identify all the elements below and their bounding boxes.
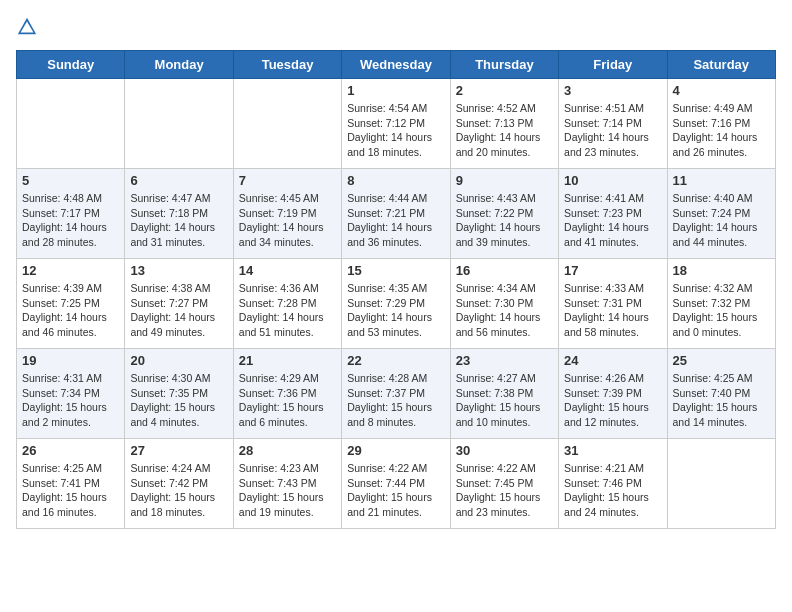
day-info: Sunrise: 4:39 AM Sunset: 7:25 PM Dayligh… [22, 281, 119, 340]
calendar-cell: 31Sunrise: 4:21 AM Sunset: 7:46 PM Dayli… [559, 439, 667, 529]
calendar-cell [667, 439, 775, 529]
weekday-header-saturday: Saturday [667, 51, 775, 79]
calendar-cell [17, 79, 125, 169]
day-number: 21 [239, 353, 336, 368]
day-number: 16 [456, 263, 553, 278]
calendar-week-2: 5Sunrise: 4:48 AM Sunset: 7:17 PM Daylig… [17, 169, 776, 259]
day-number: 31 [564, 443, 661, 458]
day-number: 4 [673, 83, 770, 98]
day-info: Sunrise: 4:31 AM Sunset: 7:34 PM Dayligh… [22, 371, 119, 430]
day-number: 11 [673, 173, 770, 188]
day-info: Sunrise: 4:22 AM Sunset: 7:45 PM Dayligh… [456, 461, 553, 520]
logo-icon [16, 16, 38, 38]
day-info: Sunrise: 4:47 AM Sunset: 7:18 PM Dayligh… [130, 191, 227, 250]
calendar-cell: 9Sunrise: 4:43 AM Sunset: 7:22 PM Daylig… [450, 169, 558, 259]
day-number: 9 [456, 173, 553, 188]
calendar-cell: 29Sunrise: 4:22 AM Sunset: 7:44 PM Dayli… [342, 439, 450, 529]
day-info: Sunrise: 4:24 AM Sunset: 7:42 PM Dayligh… [130, 461, 227, 520]
calendar-cell: 20Sunrise: 4:30 AM Sunset: 7:35 PM Dayli… [125, 349, 233, 439]
calendar-cell: 5Sunrise: 4:48 AM Sunset: 7:17 PM Daylig… [17, 169, 125, 259]
day-number: 30 [456, 443, 553, 458]
calendar-cell: 25Sunrise: 4:25 AM Sunset: 7:40 PM Dayli… [667, 349, 775, 439]
weekday-header-sunday: Sunday [17, 51, 125, 79]
day-info: Sunrise: 4:49 AM Sunset: 7:16 PM Dayligh… [673, 101, 770, 160]
calendar-cell: 11Sunrise: 4:40 AM Sunset: 7:24 PM Dayli… [667, 169, 775, 259]
calendar-cell: 28Sunrise: 4:23 AM Sunset: 7:43 PM Dayli… [233, 439, 341, 529]
calendar-cell: 30Sunrise: 4:22 AM Sunset: 7:45 PM Dayli… [450, 439, 558, 529]
day-number: 29 [347, 443, 444, 458]
day-number: 28 [239, 443, 336, 458]
day-info: Sunrise: 4:28 AM Sunset: 7:37 PM Dayligh… [347, 371, 444, 430]
calendar-cell: 15Sunrise: 4:35 AM Sunset: 7:29 PM Dayli… [342, 259, 450, 349]
day-number: 1 [347, 83, 444, 98]
day-number: 12 [22, 263, 119, 278]
day-info: Sunrise: 4:43 AM Sunset: 7:22 PM Dayligh… [456, 191, 553, 250]
calendar-week-5: 26Sunrise: 4:25 AM Sunset: 7:41 PM Dayli… [17, 439, 776, 529]
calendar-cell: 16Sunrise: 4:34 AM Sunset: 7:30 PM Dayli… [450, 259, 558, 349]
day-number: 17 [564, 263, 661, 278]
day-number: 14 [239, 263, 336, 278]
day-info: Sunrise: 4:23 AM Sunset: 7:43 PM Dayligh… [239, 461, 336, 520]
day-number: 10 [564, 173, 661, 188]
day-number: 23 [456, 353, 553, 368]
day-number: 3 [564, 83, 661, 98]
day-number: 26 [22, 443, 119, 458]
day-number: 13 [130, 263, 227, 278]
logo [16, 16, 42, 38]
day-info: Sunrise: 4:41 AM Sunset: 7:23 PM Dayligh… [564, 191, 661, 250]
calendar-cell: 14Sunrise: 4:36 AM Sunset: 7:28 PM Dayli… [233, 259, 341, 349]
day-info: Sunrise: 4:21 AM Sunset: 7:46 PM Dayligh… [564, 461, 661, 520]
day-info: Sunrise: 4:48 AM Sunset: 7:17 PM Dayligh… [22, 191, 119, 250]
day-number: 5 [22, 173, 119, 188]
day-number: 2 [456, 83, 553, 98]
calendar-body: 1Sunrise: 4:54 AM Sunset: 7:12 PM Daylig… [17, 79, 776, 529]
day-info: Sunrise: 4:44 AM Sunset: 7:21 PM Dayligh… [347, 191, 444, 250]
weekday-header-row: SundayMondayTuesdayWednesdayThursdayFrid… [17, 51, 776, 79]
day-number: 7 [239, 173, 336, 188]
day-number: 20 [130, 353, 227, 368]
calendar-cell: 23Sunrise: 4:27 AM Sunset: 7:38 PM Dayli… [450, 349, 558, 439]
day-number: 19 [22, 353, 119, 368]
page-header [16, 16, 776, 38]
day-info: Sunrise: 4:45 AM Sunset: 7:19 PM Dayligh… [239, 191, 336, 250]
calendar-cell: 3Sunrise: 4:51 AM Sunset: 7:14 PM Daylig… [559, 79, 667, 169]
day-info: Sunrise: 4:36 AM Sunset: 7:28 PM Dayligh… [239, 281, 336, 340]
day-number: 25 [673, 353, 770, 368]
calendar-cell: 22Sunrise: 4:28 AM Sunset: 7:37 PM Dayli… [342, 349, 450, 439]
day-number: 24 [564, 353, 661, 368]
day-number: 27 [130, 443, 227, 458]
calendar-week-3: 12Sunrise: 4:39 AM Sunset: 7:25 PM Dayli… [17, 259, 776, 349]
day-info: Sunrise: 4:32 AM Sunset: 7:32 PM Dayligh… [673, 281, 770, 340]
calendar-cell [233, 79, 341, 169]
day-number: 15 [347, 263, 444, 278]
calendar-cell: 24Sunrise: 4:26 AM Sunset: 7:39 PM Dayli… [559, 349, 667, 439]
day-info: Sunrise: 4:25 AM Sunset: 7:40 PM Dayligh… [673, 371, 770, 430]
day-info: Sunrise: 4:40 AM Sunset: 7:24 PM Dayligh… [673, 191, 770, 250]
day-number: 18 [673, 263, 770, 278]
weekday-header-friday: Friday [559, 51, 667, 79]
calendar-cell: 6Sunrise: 4:47 AM Sunset: 7:18 PM Daylig… [125, 169, 233, 259]
day-number: 6 [130, 173, 227, 188]
day-info: Sunrise: 4:29 AM Sunset: 7:36 PM Dayligh… [239, 371, 336, 430]
calendar-cell: 19Sunrise: 4:31 AM Sunset: 7:34 PM Dayli… [17, 349, 125, 439]
day-info: Sunrise: 4:30 AM Sunset: 7:35 PM Dayligh… [130, 371, 227, 430]
calendar-week-4: 19Sunrise: 4:31 AM Sunset: 7:34 PM Dayli… [17, 349, 776, 439]
calendar-cell: 26Sunrise: 4:25 AM Sunset: 7:41 PM Dayli… [17, 439, 125, 529]
calendar-cell: 21Sunrise: 4:29 AM Sunset: 7:36 PM Dayli… [233, 349, 341, 439]
day-info: Sunrise: 4:51 AM Sunset: 7:14 PM Dayligh… [564, 101, 661, 160]
weekday-header-monday: Monday [125, 51, 233, 79]
day-info: Sunrise: 4:35 AM Sunset: 7:29 PM Dayligh… [347, 281, 444, 340]
day-info: Sunrise: 4:34 AM Sunset: 7:30 PM Dayligh… [456, 281, 553, 340]
calendar-week-1: 1Sunrise: 4:54 AM Sunset: 7:12 PM Daylig… [17, 79, 776, 169]
calendar-cell: 18Sunrise: 4:32 AM Sunset: 7:32 PM Dayli… [667, 259, 775, 349]
calendar-table: SundayMondayTuesdayWednesdayThursdayFrid… [16, 50, 776, 529]
calendar-cell: 4Sunrise: 4:49 AM Sunset: 7:16 PM Daylig… [667, 79, 775, 169]
calendar-cell: 12Sunrise: 4:39 AM Sunset: 7:25 PM Dayli… [17, 259, 125, 349]
day-info: Sunrise: 4:52 AM Sunset: 7:13 PM Dayligh… [456, 101, 553, 160]
calendar-cell [125, 79, 233, 169]
calendar-cell: 17Sunrise: 4:33 AM Sunset: 7:31 PM Dayli… [559, 259, 667, 349]
weekday-header-wednesday: Wednesday [342, 51, 450, 79]
day-info: Sunrise: 4:22 AM Sunset: 7:44 PM Dayligh… [347, 461, 444, 520]
day-info: Sunrise: 4:25 AM Sunset: 7:41 PM Dayligh… [22, 461, 119, 520]
calendar-cell: 1Sunrise: 4:54 AM Sunset: 7:12 PM Daylig… [342, 79, 450, 169]
